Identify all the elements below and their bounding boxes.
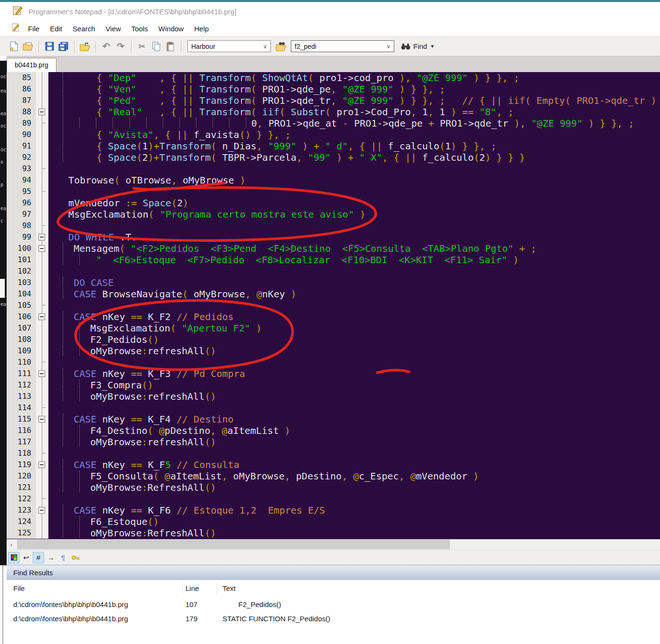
indent-guide (179, 118, 180, 128)
undo-button[interactable]: ↶ (99, 40, 113, 53)
code-line-114[interactable]: 114 (7, 402, 660, 414)
code-line-104[interactable]: 104 CASE BrowseNavigate( oMyBrowse, @nKe… (7, 288, 660, 300)
fold-margin[interactable] (36, 231, 48, 243)
scroll-left-arrow[interactable]: ‹ (7, 539, 16, 550)
column-header-file[interactable]: File (7, 582, 183, 595)
column-header-line[interactable]: Line (183, 582, 217, 595)
code-line-87[interactable]: 87 { "Ped" , { || Transform( PRO1->qde_t… (7, 95, 660, 106)
code-line-102[interactable]: 102 (7, 266, 660, 277)
fold-collapse-icon[interactable] (38, 416, 45, 423)
modified-lines-icon[interactable] (8, 552, 19, 563)
find-in-files-button[interactable] (274, 40, 288, 53)
code-line-112[interactable]: 112 F3_Compra() (7, 379, 660, 391)
menu-window[interactable]: Window (153, 23, 189, 35)
copy-button[interactable] (149, 40, 163, 53)
code-line-91[interactable]: 91 { Space(1)+Transform( n_Dias, "999" )… (7, 140, 660, 152)
code-line-85[interactable]: 85 { "Dep" , { || Transform( ShowQtAt( p… (7, 72, 660, 83)
scrollbar-thumb[interactable] (17, 540, 450, 549)
new-file-button[interactable] (7, 40, 21, 53)
code-line-121[interactable]: 121 oMyBrowse:RefreshAll() (7, 482, 660, 493)
code-line-123[interactable]: 123 CASE nKey == K_F6 // Estoque 1,2 Emp… (7, 505, 660, 516)
fold-margin[interactable] (36, 243, 48, 254)
fold-collapse-icon[interactable] (38, 313, 45, 320)
redo-button[interactable]: ↷ (113, 40, 128, 53)
code-line-103[interactable]: 103 DO CASE (7, 277, 660, 288)
syntax-scheme-select[interactable]: Harbour ∨ (187, 40, 271, 52)
find-result-row[interactable]: d:\cdrom\fontes\bhp\bhp\b0441b.prg107 F2… (7, 597, 660, 611)
save-button[interactable] (42, 40, 56, 53)
horizontal-scrollbar[interactable]: ‹ (7, 539, 660, 550)
fold-margin[interactable] (36, 414, 48, 425)
code-line-93[interactable]: 93 (7, 163, 660, 175)
write-protect-key-icon[interactable] (70, 552, 81, 563)
code-line-107[interactable]: 107 MsgExclamation( "Apertou F2" ) (7, 322, 660, 334)
menu-file[interactable]: File (23, 23, 45, 35)
code-line-110[interactable]: 110 (7, 357, 660, 368)
code-line-96[interactable]: 96 mVendedor := Space(2) (7, 197, 660, 209)
column-header-text[interactable]: Text (217, 582, 660, 595)
code-line-97[interactable]: 97 MsgExclamation( "Programa certo mostr… (7, 209, 660, 220)
fold-collapse-icon[interactable] (38, 370, 45, 377)
cut-button[interactable]: ✂ (135, 40, 149, 53)
word-wrap-icon[interactable]: ↩ (20, 552, 32, 563)
find-result-row[interactable]: d:\cdrom\fontes\bhp\bhp\b0441b.prg179STA… (7, 611, 660, 626)
menu-tools[interactable]: Tools (126, 23, 153, 35)
menu-view[interactable]: View (101, 23, 126, 35)
fold-collapse-icon[interactable] (38, 245, 45, 252)
code-line-115[interactable]: 115 CASE nKey == K_F4 // Destino (7, 414, 660, 425)
menu-search[interactable]: Search (67, 23, 101, 35)
code-line-113[interactable]: 113 oMyBrowse:refreshAll() (7, 391, 660, 402)
menu-help[interactable]: Help (189, 23, 214, 35)
code-line-86[interactable]: 86 { "Ven" , { || Transform( PRO1->qde_p… (7, 83, 660, 95)
fold-margin[interactable] (36, 505, 48, 516)
line-number: 93 (7, 163, 36, 175)
find-button[interactable]: Find ▼ (401, 42, 435, 50)
paste-button[interactable] (163, 40, 177, 53)
fold-collapse-icon[interactable] (38, 507, 45, 514)
code-line-125[interactable]: 125 oMyBrowse:RefreshAll() (7, 527, 660, 539)
search-term-input[interactable]: f2_pedi ∨ (291, 40, 394, 52)
code-line-105[interactable]: 105 (7, 300, 660, 311)
code-line-111[interactable]: 111 CASE nKey == K_F3 // Pd Compra (7, 368, 660, 379)
save-all-button[interactable] (56, 40, 71, 53)
code-text: DO CASE (48, 277, 660, 288)
fold-margin[interactable] (36, 311, 48, 322)
line-number: 113 (7, 391, 36, 402)
code-line-100[interactable]: 100 Mensagem( "<F2>Pedidos <F3>Pend <F4>… (7, 243, 660, 254)
code-line-118[interactable]: 118 (7, 448, 660, 459)
fold-collapse-icon[interactable] (38, 461, 45, 468)
line-number: 96 (7, 197, 36, 209)
code-line-95[interactable]: 95 (7, 186, 660, 197)
fold-margin[interactable] (36, 459, 48, 470)
code-line-116[interactable]: 116 F4_Destino( @pDestino, @aItemList ) (7, 425, 660, 436)
code-line-109[interactable]: 109 oMyBrowse:refreshAll() (7, 345, 660, 357)
code-line-99[interactable]: 99 DO WHILE .T. (7, 231, 660, 243)
tab-b0441b-prg[interactable]: b0441b.prg (7, 58, 56, 72)
indent-guide (63, 152, 63, 162)
code-line-94[interactable]: 94 Tobrowse( oTBrowse, oMyBrowse ) (7, 175, 660, 186)
open-project-button[interactable] (78, 40, 92, 53)
code-line-122[interactable]: 122 (7, 493, 660, 505)
code-line-89[interactable]: 89 0, PRO1->qde_at - PRO1->qde_pe + PRO1… (7, 118, 660, 129)
whitespace-arrow-icon[interactable]: → (45, 552, 56, 563)
code-line-98[interactable]: 98 (7, 220, 660, 231)
fold-margin[interactable] (36, 106, 48, 118)
code-line-119[interactable]: 119 CASE nKey == K_F5 // Consulta (7, 459, 660, 470)
fold-collapse-icon[interactable] (38, 234, 45, 240)
open-file-button[interactable] (21, 40, 35, 53)
code-line-120[interactable]: 120 F5_Consulta( @aItemList, oMyBrowse, … (7, 470, 660, 482)
code-line-106[interactable]: 106 CASE nKey == K_F2 // Pedidos (7, 311, 660, 322)
code-line-108[interactable]: 108 F2_Pedidos() (7, 334, 660, 345)
pilcrow-icon[interactable]: ¶ (57, 552, 69, 563)
code-line-88[interactable]: 88 { "Real" , { || Transform( iif( Subst… (7, 106, 660, 118)
code-line-101[interactable]: 101 " <F6>Estoque <F7>Pedido <F8>Localiz… (7, 254, 660, 266)
code-line-90[interactable]: 90 { "Avista", { || f_avista() } }, ; (7, 129, 660, 140)
code-line-92[interactable]: 92 { Space(2)+Transform( TBPR->Parcela, … (7, 152, 660, 163)
fold-collapse-icon[interactable] (38, 109, 45, 115)
menu-edit[interactable]: Edit (45, 23, 67, 35)
code-line-124[interactable]: 124 F6_Estoque() (7, 516, 660, 527)
code-editor[interactable]: 85 { "Dep" , { || Transform( ShowQtAt( p… (7, 72, 660, 539)
code-line-117[interactable]: 117 oMyBrowse:refreshAll() (7, 436, 660, 448)
fold-margin[interactable] (36, 368, 48, 379)
line-numbers-icon[interactable]: # (33, 552, 44, 563)
